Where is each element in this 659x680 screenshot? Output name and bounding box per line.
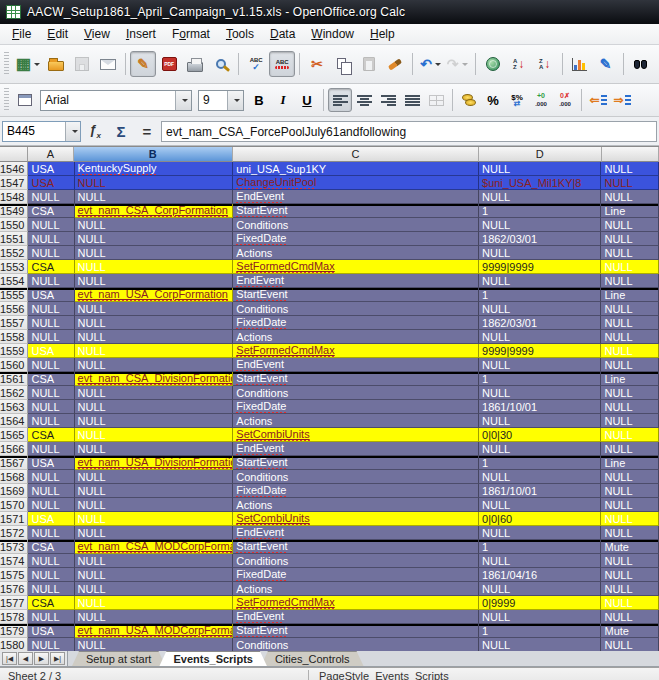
find-replace-button[interactable] [628,51,654,77]
cell[interactable]: FixedDate [233,484,479,498]
cell[interactable]: 1862/03/01 [479,232,601,246]
cell[interactable]: NULL [601,344,659,358]
cell[interactable]: SetFormedCmdMax [233,344,479,358]
row-header-1570[interactable]: 1570 [0,498,28,512]
cell[interactable]: NULL [601,428,659,442]
cell[interactable]: Mute [601,624,659,638]
cell[interactable]: 1 [479,288,601,302]
column-header-e[interactable] [602,147,659,162]
cell[interactable]: NULL [75,260,234,274]
cell[interactable]: NULL [479,610,601,624]
cell[interactable]: NULL [28,232,74,246]
font-name-dropdown-button[interactable] [175,91,191,110]
cell[interactable]: Actions [233,582,479,596]
cell[interactable]: CSA [28,204,74,218]
cell[interactable]: NULL [75,316,234,330]
cell[interactable]: NULL [601,414,659,428]
cell[interactable]: 1 [479,204,601,218]
cell[interactable]: NULL [601,190,659,204]
row-header-1580[interactable]: 1580 [0,638,28,651]
cell[interactable]: USA [28,512,74,526]
cell[interactable]: USA [28,456,74,470]
cell[interactable]: CSA [28,540,74,554]
delete-decimal-place-button[interactable]: 0✗.000 [553,88,577,112]
cell[interactable]: NULL [75,302,234,316]
sort-ascending-button[interactable]: AZ↓ [506,51,532,77]
row-header-1558[interactable]: 1558 [0,330,28,344]
cell[interactable]: NULL [601,512,659,526]
cell[interactable]: NULL [601,260,659,274]
formula-input[interactable] [162,122,656,141]
font-size-dropdown-button[interactable] [227,91,243,110]
row-header-1573[interactable]: 1573 [0,540,28,554]
cell[interactable]: NULL [28,190,74,204]
underline-button[interactable]: U [295,88,319,112]
cell[interactable]: NULL [479,358,601,372]
cell[interactable]: NULL [601,610,659,624]
cell[interactable]: NULL [601,484,659,498]
open-document-button[interactable] [43,51,69,77]
cell[interactable]: NULL [75,344,234,358]
cell[interactable]: 0|0|30 [479,428,601,442]
cell[interactable]: NULL [75,400,234,414]
cell[interactable]: USA [28,176,74,190]
cell[interactable]: 1861/04/16 [479,568,601,582]
cell[interactable]: Conditions [233,638,479,651]
cell[interactable]: NULL [28,386,74,400]
cell[interactable]: NULL [75,176,234,190]
cell[interactable]: SetCombiUnits [233,428,479,442]
sort-descending-button[interactable]: ZA↓ [532,51,558,77]
cell[interactable]: NULL [479,470,601,484]
cell[interactable]: NULL [479,638,601,651]
cell[interactable]: 1 [479,372,601,386]
cell[interactable]: Line [601,372,659,386]
cell[interactable]: NULL [479,526,601,540]
cell[interactable]: NULL [601,232,659,246]
bold-button[interactable]: B [247,88,271,112]
align-justify-button[interactable] [400,88,424,112]
cell[interactable]: NULL [601,246,659,260]
cell[interactable]: uni_USA_Sup1KY [233,162,479,176]
cell[interactable]: NULL [75,512,234,526]
row-header-1549[interactable]: 1549 [0,204,28,218]
cell[interactable]: NULL [601,498,659,512]
cell[interactable]: NULL [479,162,601,176]
hyperlink-button[interactable] [480,51,506,77]
cell[interactable]: NULL [75,554,234,568]
cell[interactable]: evt_nam_USA_DivisionFormation [75,456,234,470]
cell[interactable]: NULL [75,498,234,512]
cell[interactable]: NULL [28,554,74,568]
cell[interactable]: evt_nam_CSA_DivisionFormation [75,372,234,386]
cell[interactable]: NULL [479,498,601,512]
cell[interactable]: 1861/10/01 [479,400,601,414]
cell[interactable]: NULL [28,400,74,414]
cell[interactable]: NULL [75,218,234,232]
column-header-b[interactable]: B [74,147,233,162]
cell[interactable]: Conditions [233,386,479,400]
row-header-1567[interactable]: 1567 [0,456,28,470]
cell[interactable]: NULL [479,582,601,596]
row-header-1560[interactable]: 1560 [0,358,28,372]
cell[interactable]: NULL [75,568,234,582]
row-header-1574[interactable]: 1574 [0,554,28,568]
cell[interactable]: NULL [28,316,74,330]
cell[interactable]: USA [28,162,74,176]
cell[interactable]: evt_nam_CSA_CorpFormation [75,204,234,218]
cell[interactable]: evt_nam_USA_MODCorpFormationMOD [75,624,234,638]
cell[interactable]: NULL [479,302,601,316]
cell[interactable]: NULL [75,428,234,442]
copy-button[interactable] [330,51,356,77]
row-header-1562[interactable]: 1562 [0,386,28,400]
row-header-1557[interactable]: 1557 [0,316,28,330]
auto-spellcheck-button[interactable]: ABC [269,51,295,77]
align-center-button[interactable] [352,88,376,112]
cell[interactable]: NULL [75,190,234,204]
cell[interactable]: NULL [28,414,74,428]
row-header-1579[interactable]: 1579 [0,624,28,638]
row-header-1555[interactable]: 1555 [0,288,28,302]
cell[interactable]: Actions [233,498,479,512]
row-header-1559[interactable]: 1559 [0,344,28,358]
sheet-tab-setup-at-start[interactable]: Setup at start [72,651,165,666]
cell[interactable]: NULL [75,246,234,260]
name-box-dropdown-button[interactable] [65,122,80,141]
